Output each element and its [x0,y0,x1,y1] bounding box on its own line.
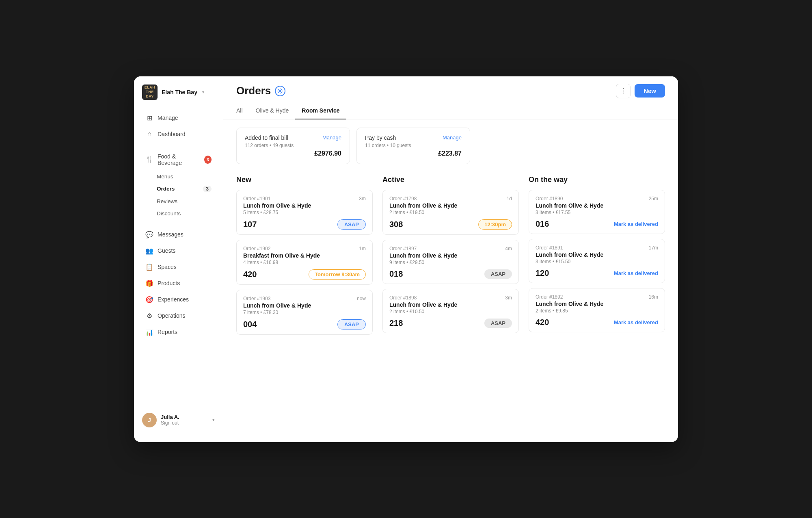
order-1798-details: 2 items • £19.50 [389,210,512,215]
order-1902-room: 420 [243,270,257,279]
manage-icon: ⊞ [145,114,153,122]
main-header: Orders ⋮ New [223,76,678,98]
order-1898-room: 218 [389,319,403,328]
reports-icon: 📊 [145,328,153,336]
order-1898-num: Order #1898 [389,295,417,301]
logo-box: ELAH THE BAY [142,85,158,100]
sidebar: ELAH THE BAY Elah The Bay ▾ ⊞ Manage ⌂ D… [134,76,223,442]
orders-label: Orders [157,186,175,192]
menus-label: Menus [157,173,173,180]
sidebar-logo[interactable]: ELAH THE BAY Elah The Bay ▾ [134,85,223,110]
tabs-row: All Olive & Hyde Room Service [223,98,678,119]
summary-bill-sub: 112 orders • 49 guests [245,143,341,148]
tab-olive-hyde[interactable]: Olive & Hyde [249,104,296,119]
food-beverage-icon: 🍴 [145,156,153,163]
order-1901-details: 5 items • £28.75 [243,210,366,215]
sidebar-item-guests[interactable]: 👥 Guests [137,243,220,259]
more-options-button[interactable]: ⋮ [616,84,631,98]
new-order-button[interactable]: New [635,84,665,98]
header-actions: ⋮ New [616,84,665,98]
manage-bill-link[interactable]: Manage [322,134,341,141]
order-1798-name: Lunch from Olive & Hyde [389,202,512,209]
order-1901-room: 107 [243,220,257,229]
order-1890-room: 016 [536,219,549,229]
order-1902-num: Order #1902 [243,246,270,251]
discounts-label: Discounts [157,210,181,217]
order-card-1898[interactable]: Order #1898 3m Lunch from Olive & Hyde 2… [382,289,519,333]
order-1897-badge: ASAP [484,269,512,279]
page-title: Orders [236,85,271,97]
sidebar-item-messages[interactable]: 💬 Messages [137,227,220,243]
sidebar-item-products[interactable]: 🎁 Products [137,275,220,291]
order-1897-time: 4m [505,246,512,251]
order-1897-name: Lunch from Olive & Hyde [389,252,512,259]
content-area: Added to final bill Manage 112 orders • … [223,119,678,348]
order-1902-name: Breakfast from Olive & Hyde [243,252,366,259]
food-beverage-label: Food & Beverage [158,153,199,166]
tab-room-service[interactable]: Room Service [295,104,346,119]
order-1902-badge: Tomorrow 9:30am [309,269,366,280]
sidebar-item-manage[interactable]: ⊞ Manage [137,110,220,126]
reports-label: Reports [158,329,177,335]
order-1892-name: Lunch from Olive & Hyde [536,301,658,307]
order-1892-mark-delivered[interactable]: Mark as delivered [614,319,658,325]
experiences-icon: 🎯 [145,296,153,303]
order-1892-num: Order #1892 [536,294,563,300]
business-name: Elah The Bay [162,89,197,95]
manage-cash-link[interactable]: Manage [443,134,462,141]
sidebar-item-discounts[interactable]: Discounts [145,208,220,219]
user-avatar: J [142,413,157,427]
title-settings-icon[interactable] [275,86,285,96]
order-card-1902[interactable]: Order #1902 1m Breakfast from Olive & Hy… [236,240,373,285]
order-1898-time: 3m [505,295,512,301]
order-card-1897[interactable]: Order #1897 4m Lunch from Olive & Hyde 9… [382,240,519,284]
order-1897-num: Order #1897 [389,246,417,251]
user-info: Julia A. Sign out [161,414,208,426]
sidebar-item-menus[interactable]: Menus [145,171,220,182]
sidebar-item-food-beverage[interactable]: 🍴 Food & Beverage 3 [137,149,220,170]
order-1892-details: 2 items • £9.85 [536,308,658,314]
order-1891-mark-delivered[interactable]: Mark as delivered [614,270,658,276]
sidebar-item-manage-label: Manage [158,115,178,121]
orders-count: 3 [203,186,212,192]
spaces-label: Spaces [158,264,177,270]
order-1902-time: 1m [359,246,366,251]
operations-icon: ⚙ [145,312,153,320]
order-1903-time: now [357,296,366,301]
order-card-1890[interactable]: Order #1890 25m Lunch from Olive & Hyde … [529,190,665,234]
main-content: Orders ⋮ New All Olive & Hyde Room Servi… [223,76,678,442]
sidebar-item-operations[interactable]: ⚙ Operations [137,308,220,324]
user-chevron-icon: ▾ [212,417,215,423]
order-1901-name: Lunch from Olive & Hyde [243,202,366,209]
order-1891-details: 3 items • £15.50 [536,259,658,264]
dashboard-icon: ⌂ [145,130,153,138]
order-1890-mark-delivered[interactable]: Mark as delivered [614,221,658,227]
orders-col-new: New Order #1901 3m Lunch from Olive & Hy… [236,176,373,340]
order-1901-badge: ASAP [337,219,366,230]
tab-all[interactable]: All [236,104,249,119]
sidebar-item-experiences[interactable]: 🎯 Experiences [137,292,220,308]
order-card-1903[interactable]: Order #1903 now Lunch from Olive & Hyde … [236,290,373,335]
summary-cash-label: Pay by cash [365,134,396,141]
order-card-1891[interactable]: Order #1891 17m Lunch from Olive & Hyde … [529,239,665,283]
sidebar-item-spaces[interactable]: 📋 Spaces [137,259,220,275]
order-1798-time: 1d [507,196,512,202]
order-card-1892[interactable]: Order #1892 16m Lunch from Olive & Hyde … [529,288,665,332]
summary-card-cash: Pay by cash Manage 11 orders • 10 guests… [356,128,470,164]
food-beverage-badge: 3 [204,156,212,164]
sidebar-item-reports[interactable]: 📊 Reports [137,324,220,340]
order-card-1798[interactable]: Order #1798 1d Lunch from Olive & Hyde 2… [382,190,519,235]
sidebar-footer[interactable]: J Julia A. Sign out ▾ [134,406,223,434]
sidebar-item-dashboard[interactable]: ⌂ Dashboard [137,126,220,142]
sidebar-item-reviews[interactable]: Reviews [145,195,220,207]
order-1798-room: 308 [389,220,403,229]
summary-card-bill: Added to final bill Manage 112 orders • … [236,128,350,164]
sidebar-item-orders[interactable]: Orders 3 [145,183,220,195]
summary-cash-amount: £223.87 [365,150,462,157]
order-1898-badge: ASAP [484,319,512,328]
col-otw-title: On the way [529,176,665,184]
order-card-1901[interactable]: Order #1901 3m Lunch from Olive & Hyde 5… [236,190,373,235]
orders-col-on-the-way: On the way Order #1890 25m Lunch from Ol… [529,176,665,340]
order-1891-time: 17m [649,245,658,251]
sign-out-link[interactable]: Sign out [161,420,208,426]
